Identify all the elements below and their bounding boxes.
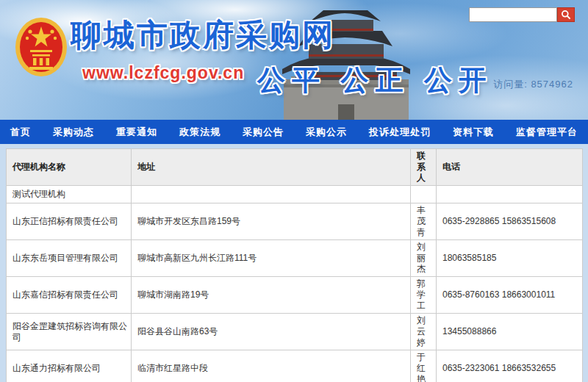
phone-cell: 0635-8760163 18663001011 (437, 277, 583, 314)
national-emblem-icon (13, 16, 69, 78)
address-cell: 聊城市高新区九州长江路111号 (132, 240, 411, 277)
content-area: 代理机构名称 地址 联系人 电话 测试代理机构 山东正信招标有限责任公司 聊城市… (6, 148, 582, 382)
site-header: 聊城市政府采购网 www.lczfcg.gov.cn 公平 公正 公开 访问量:… (0, 0, 588, 120)
nav-item-procurement-publicity[interactable]: 采购公示 (306, 126, 347, 139)
table-row: 山东嘉信招标有限责任公司 聊城市湖南路19号 郭学工 0635-8760163 … (7, 277, 583, 314)
address-cell: 临清市红星路中段 (132, 350, 411, 382)
address-cell: 聊城市开发区东昌路159号 (132, 203, 411, 240)
agency-name-cell: 阳谷金罡建筑招标咨询有限公司 (7, 314, 132, 350)
column-header-contact: 联系人 (411, 149, 437, 186)
table-row: 山东正信招标有限责任公司 聊城市开发区东昌路159号 丰茂青 0635-2928… (7, 203, 583, 240)
search-icon (561, 10, 571, 20)
agency-name-cell: 测试代理机构 (7, 186, 132, 203)
page: 聊城市政府采购网 www.lczfcg.gov.cn 公平 公正 公开 访问量:… (0, 0, 588, 382)
site-slogan: 公平 公正 公开 (257, 62, 493, 99)
phone-cell: 0635-2323061 18663532655 (437, 350, 583, 382)
nav-item-downloads[interactable]: 资料下载 (453, 126, 494, 139)
site-title: 聊城市政府采购网 (71, 15, 335, 56)
table-header-row: 代理机构名称 地址 联系人 电话 (7, 149, 583, 186)
address-cell: 聊城市湖南路19号 (132, 277, 411, 314)
visit-counter: 访问量: 8574962 (493, 78, 573, 91)
agency-name-cell: 山东正信招标有限责任公司 (7, 203, 132, 240)
agency-name-cell: 山东东岳项目管理有限公司 (7, 240, 132, 277)
table-row: 测试代理机构 (7, 186, 583, 203)
search-button[interactable] (557, 7, 575, 22)
contact-cell: 刘丽杰 (411, 240, 437, 277)
contact-cell: 丰茂青 (411, 203, 437, 240)
table-row: 阳谷金罡建筑招标咨询有限公司 阳谷县谷山南路63号 刘云婷 1345508886… (7, 314, 583, 350)
column-header-address: 地址 (132, 149, 411, 186)
search-bar (469, 7, 575, 22)
table-row: 山东东岳项目管理有限公司 聊城市高新区九州长江路111号 刘丽杰 1806358… (7, 240, 583, 277)
address-cell (132, 186, 411, 203)
nav-item-procurement-updates[interactable]: 采购动态 (53, 126, 94, 139)
nav-item-important-notices[interactable]: 重要通知 (116, 126, 157, 139)
column-header-agency-name: 代理机构名称 (7, 149, 132, 186)
agency-table: 代理机构名称 地址 联系人 电话 测试代理机构 山东正信招标有限责任公司 聊城市… (6, 148, 583, 382)
contact-cell: 于红艳 (411, 350, 437, 382)
nav-item-complaint-handling[interactable]: 投诉处理处罚 (369, 126, 431, 139)
site-url: www.lczfcg.gov.cn (82, 63, 244, 83)
nav-item-home[interactable]: 首页 (10, 126, 31, 139)
phone-cell: 13455088866 (437, 314, 583, 350)
phone-cell (437, 186, 583, 203)
nav-item-policies-regulations[interactable]: 政策法规 (179, 126, 220, 139)
column-header-phone: 电话 (437, 149, 583, 186)
table-row: 山东通力招标有限公司 临清市红星路中段 于红艳 0635-2323061 186… (7, 350, 583, 382)
main-nav: 首页 采购动态 重要通知 政策法规 采购公告 采购公示 投诉处理处罚 资料下载 … (0, 120, 588, 144)
agency-name-cell: 山东通力招标有限公司 (7, 350, 132, 382)
contact-cell: 刘云婷 (411, 314, 437, 350)
nav-item-procurement-announcements[interactable]: 采购公告 (243, 126, 284, 139)
address-cell: 阳谷县谷山南路63号 (132, 314, 411, 350)
phone-cell: 0635-2928865 15863515608 (437, 203, 583, 240)
nav-item-supervision-platform[interactable]: 监督管理平台 (516, 126, 578, 139)
contact-cell: 郭学工 (411, 277, 437, 314)
search-input[interactable] (469, 7, 557, 22)
contact-cell (411, 186, 437, 203)
agency-name-cell: 山东嘉信招标有限责任公司 (7, 277, 132, 314)
phone-cell: 18063585185 (437, 240, 583, 277)
